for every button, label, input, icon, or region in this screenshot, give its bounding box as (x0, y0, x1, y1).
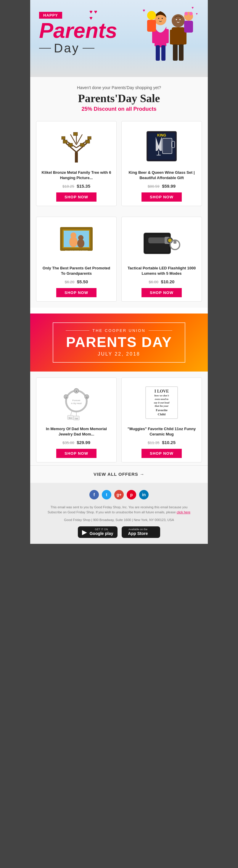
cooper-box: THE COOPER UNION PARENTS DAY JULY 22, 20… (53, 322, 185, 363)
shop-now-button-6[interactable]: SHOP NOW (142, 449, 182, 458)
shop-now-button-5[interactable]: SHOP NOW (56, 449, 96, 458)
product-image-flashlight (126, 221, 198, 262)
shop-now-button-3[interactable]: SHOP NOW (56, 288, 96, 297)
svg-text:Dad: Dad (75, 418, 78, 420)
svg-rect-34 (68, 143, 72, 147)
product-name-5: In Memory Of Dad Mom Memorial Jewelry Da… (40, 426, 112, 438)
svg-point-15 (147, 11, 156, 20)
app-store-text: Available on the App Store (128, 528, 148, 536)
product-card-3: ONLY THE BEST PARENTS GET PROMOTED TO GR… (36, 217, 117, 302)
product-image-tree (40, 126, 112, 167)
sale-intro-section: Haven't done your Parents'Day shopping y… (30, 77, 208, 121)
hero-section: ♥ ♥♥ HAPPY Parents Day (30, 0, 208, 77)
svg-rect-32 (63, 140, 67, 143)
svg-rect-36 (73, 132, 78, 135)
original-price-4: $6.00 (149, 280, 159, 284)
svg-rect-16 (147, 20, 156, 32)
original-price-2: $80.59 (148, 184, 159, 189)
product-prices-5: $35.00 $29.99 (40, 440, 112, 445)
product-section-row1: Klikel Bronze Metal Family Tree with 6 H… (30, 121, 208, 212)
mug-illustration: I LOVE how we don'teven need tosay it ou… (145, 386, 178, 419)
svg-rect-33 (86, 140, 90, 143)
product-prices-2: $80.59 $59.99 (126, 184, 198, 189)
product-grid-row1: Klikel Bronze Metal Family Tree with 6 H… (36, 121, 202, 206)
product-card-5: ♥ ★ ✿ Mom Dad Forever In My Heart (36, 377, 117, 462)
view-all-link[interactable]: VIEW ALL OFFERS → (93, 472, 145, 477)
email-wrapper: ♥ ♥♥ HAPPY Parents Day (30, 0, 208, 544)
social-pinterest[interactable]: p (127, 490, 136, 499)
product-image-bracelet: ♥ ★ ✿ Mom Dad Forever In My Heart (40, 382, 112, 423)
original-price-5: $35.00 (62, 440, 74, 445)
footer-address: Good Friday Shop | 900 Broadway, Suite 1… (36, 518, 202, 522)
svg-point-6 (176, 19, 177, 20)
svg-line-70 (70, 411, 72, 416)
svg-point-52 (78, 235, 84, 240)
original-price-1: $18.25 (62, 184, 74, 189)
product-grid-row3: ♥ ★ ✿ Mom Dad Forever In My Heart (36, 377, 202, 462)
social-linkedin[interactable]: in (139, 490, 149, 499)
product-name-6: "Muggies" Favorite Child 11oz Funny Cera… (126, 426, 198, 438)
svg-text:In My Heart: In My Heart (71, 402, 82, 405)
cooper-line-right (149, 330, 172, 331)
original-price-6: $11.35 (148, 440, 159, 445)
product-card-1: Klikel Bronze Metal Family Tree with 6 H… (36, 121, 117, 206)
discount-text: 25% Discount (81, 106, 116, 112)
svg-rect-18 (184, 21, 193, 33)
cooper-top: THE COOPER UNION (62, 328, 176, 333)
cooper-main: PARENTS DAY (62, 335, 176, 350)
social-google[interactable]: g+ (114, 490, 124, 499)
product-section-row2: ONLY THE BEST PARENTS GET PROMOTED TO GR… (30, 212, 208, 308)
cooper-date: JULY 22, 2018 (62, 351, 176, 357)
shop-now-button-1[interactable]: SHOP NOW (56, 192, 96, 202)
svg-rect-24 (75, 152, 78, 162)
product-name-1: Klikel Bronze Metal Family Tree with 6 H… (40, 170, 112, 181)
shop-now-button-2[interactable]: SHOP NOW (142, 192, 182, 202)
product-image-wine: KING (126, 126, 198, 167)
svg-text:♥: ♥ (143, 8, 145, 13)
product-name-4: Tactical Portable LED Flashlight 1000 Lu… (126, 266, 198, 277)
google-play-badge[interactable]: ▶ GET IT ON Google play (78, 526, 117, 538)
svg-rect-4 (173, 44, 178, 61)
hero-illustration: ♥ ♥ ♥ (134, 3, 205, 74)
unsubscribe-link[interactable]: click here (177, 510, 190, 514)
svg-text:GET PROMOTED TO GRANDPARENTS: GET PROMOTED TO GRANDPARENTS (63, 252, 90, 254)
sale-price-5: $29.99 (77, 440, 90, 445)
app-store-badge[interactable]: Available on the App Store (122, 526, 160, 538)
cooper-subtitle: THE COOPER UNION (92, 328, 145, 333)
svg-text:Forever: Forever (72, 399, 81, 402)
sale-title: Parents'Day Sale (36, 92, 202, 105)
svg-rect-5 (179, 44, 183, 61)
sale-price-3: $5.50 (77, 279, 88, 284)
svg-text:♥: ♥ (76, 390, 77, 392)
sale-sub-text: Haven't done your Parents'Day shopping y… (36, 85, 202, 90)
svg-point-19 (184, 12, 188, 16)
sale-price-6: $10.25 (162, 440, 176, 445)
hearts-decoration: ♥ ♥♥ (89, 9, 97, 21)
social-facebook[interactable]: f (89, 490, 99, 499)
product-card-2: KING King Beer & Queen Wine Glass Set | … (121, 121, 202, 206)
product-section-row3: ♥ ★ ✿ Mom Dad Forever In My Heart (30, 372, 208, 465)
svg-text:♥: ♥ (196, 12, 198, 16)
svg-point-14 (161, 18, 163, 19)
app-badges-row: ▶ GET IT ON Google play Available on the… (36, 526, 202, 538)
product-prices-4: $6.00 $10.20 (126, 279, 198, 284)
svg-text:Mom: Mom (69, 417, 72, 419)
product-name-3: Only The Best Parents Get Promoted To Gr… (40, 266, 112, 277)
product-prices-1: $18.25 $15.35 (40, 184, 112, 189)
discount-line: 25% Discount on all Products (36, 106, 202, 112)
sale-price-1: $15.35 (77, 184, 90, 189)
svg-text:★: ★ (65, 396, 67, 398)
product-grid-row2: ONLY THE BEST PARENTS GET PROMOTED TO GR… (36, 217, 202, 302)
svg-rect-2 (170, 30, 174, 44)
svg-text:KING: KING (157, 133, 166, 137)
svg-point-13 (158, 18, 159, 19)
product-image-frame: ONLY THE BEST PARENTS GET PROMOTED TO GR… (40, 221, 112, 262)
social-twitter[interactable]: t (102, 490, 111, 499)
cooper-banner: THE COOPER UNION PARENTS DAY JULY 22, 20… (30, 313, 208, 372)
svg-rect-37 (62, 136, 65, 140)
svg-rect-43 (162, 138, 172, 154)
shop-now-button-4[interactable]: SHOP NOW (142, 288, 182, 297)
footer: f t g+ p in This email was sent to you b… (30, 483, 208, 544)
svg-point-20 (189, 12, 193, 16)
cooper-line-left (66, 330, 89, 331)
